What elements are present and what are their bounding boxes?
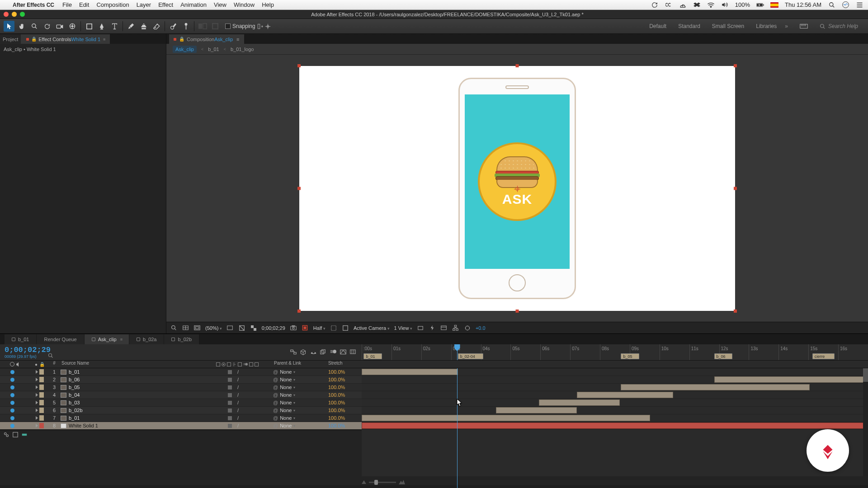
resolution-dropdown[interactable]: Half <box>313 325 326 331</box>
lock-column-icon[interactable]: 🔒 <box>39 362 45 367</box>
menu-view[interactable]: View <box>214 1 226 8</box>
pickwhip-icon[interactable]: @ <box>273 415 278 421</box>
comp-mini-flowchart-icon[interactable] <box>290 349 297 356</box>
parent-dropdown[interactable]: None <box>280 408 292 413</box>
parent-dropdown[interactable]: None <box>280 400 292 405</box>
clone-stamp-tool[interactable] <box>138 21 149 32</box>
transform-handle[interactable] <box>516 64 519 67</box>
menu-animation[interactable]: Animation <box>180 1 207 8</box>
frame-blend-icon[interactable] <box>320 349 327 356</box>
exposure-value[interactable]: +0.0 <box>476 325 486 331</box>
twirl-icon[interactable] <box>36 370 38 374</box>
lock-icon[interactable]: 🔒 <box>179 37 184 42</box>
quality-switch-icon[interactable] <box>227 362 231 366</box>
timeline-icon[interactable] <box>440 325 448 331</box>
flow-step[interactable]: b_01_logo <box>231 47 254 52</box>
grid-icon[interactable] <box>182 325 189 331</box>
layer-name[interactable]: b_04 <box>69 392 80 398</box>
motion-blur-icon[interactable] <box>330 349 337 356</box>
panel-menu-icon[interactable]: ≡ <box>103 37 104 42</box>
roto-brush-tool[interactable] <box>168 21 179 32</box>
zoom-slider[interactable] <box>369 482 396 483</box>
cloud-icon[interactable] <box>679 2 687 8</box>
comp-marker[interactable]: b_01 <box>363 353 382 359</box>
track-row[interactable] <box>362 399 868 407</box>
twirl-icon[interactable] <box>36 393 38 397</box>
timeline-vscrollbar[interactable] <box>863 368 868 476</box>
lock-icon[interactable]: 🔒 <box>31 37 37 42</box>
pickwhip-icon[interactable]: @ <box>273 385 278 390</box>
snap-center-icon[interactable] <box>265 23 271 29</box>
label-color[interactable] <box>39 408 44 413</box>
solo-column-icon[interactable]: ● <box>35 362 38 367</box>
hand-tool[interactable] <box>16 21 27 32</box>
draft-3d-icon[interactable] <box>300 349 307 356</box>
zoom-out-icon[interactable] <box>362 480 366 484</box>
video-column-icon[interactable] <box>10 362 14 366</box>
shy-switch[interactable] <box>228 408 232 413</box>
shy-icon[interactable] <box>310 349 317 356</box>
brainstorm-icon[interactable] <box>350 349 357 356</box>
camera-dropdown[interactable]: Active Camera <box>354 325 390 331</box>
shy-switch[interactable] <box>228 393 232 397</box>
video-toggle[interactable] <box>10 416 14 420</box>
layer-bar[interactable] <box>577 392 673 398</box>
dropbox-icon[interactable] <box>693 2 701 8</box>
search-help[interactable]: Search Help <box>820 23 858 29</box>
pickwhip-icon[interactable]: @ <box>273 377 278 382</box>
video-toggle[interactable] <box>10 401 14 405</box>
layer-name[interactable]: b_02b <box>69 408 83 413</box>
transform-handle[interactable] <box>734 187 737 190</box>
anchor-point-icon[interactable] <box>514 186 520 192</box>
layer-bar[interactable] <box>621 384 810 390</box>
track-row[interactable] <box>362 376 868 384</box>
label-color[interactable] <box>39 377 44 382</box>
layer-bar[interactable] <box>362 422 868 429</box>
shy-switch[interactable] <box>228 378 232 382</box>
pen-tool[interactable] <box>96 21 107 32</box>
transform-handle[interactable] <box>297 187 301 190</box>
magnification-dropdown[interactable]: (50%) <box>205 325 222 331</box>
twirl-icon[interactable] <box>36 408 38 412</box>
channel-icon[interactable] <box>238 325 245 331</box>
wifi-icon[interactable] <box>707 2 715 8</box>
twirl-icon[interactable] <box>36 401 38 404</box>
panel-menu-icon[interactable]: ≡ <box>236 37 239 42</box>
timeline-tab[interactable]: b_02a <box>129 334 164 344</box>
layer-name[interactable]: b_05 <box>69 385 80 390</box>
track-row[interactable] <box>362 384 868 391</box>
zoom-window-button[interactable] <box>20 12 25 17</box>
project-tab[interactable]: Project <box>0 34 21 44</box>
type-tool[interactable] <box>109 21 120 32</box>
menu-file[interactable]: File <box>62 1 72 8</box>
shy-switch-icon[interactable] <box>216 362 220 366</box>
twirl-icon[interactable] <box>36 378 38 381</box>
video-toggle[interactable] <box>10 378 14 382</box>
label-color[interactable] <box>39 415 44 421</box>
workspace-libraries[interactable]: Libraries <box>756 23 777 29</box>
rectangle-tool[interactable] <box>84 21 94 32</box>
menu-effect[interactable]: Effect <box>158 1 173 8</box>
timeline-zoom[interactable] <box>362 480 405 484</box>
pickwhip-icon[interactable]: @ <box>273 392 278 398</box>
guides-icon[interactable] <box>193 325 201 331</box>
layer-name[interactable]: b_01 <box>69 369 80 375</box>
magnification-menu-icon[interactable] <box>170 325 177 331</box>
collapse-switch-icon[interactable] <box>222 362 226 366</box>
transform-handle[interactable] <box>734 64 737 67</box>
puppet-pin-tool[interactable] <box>180 21 191 32</box>
timeline-tab[interactable]: b_02b <box>164 334 199 344</box>
track-row[interactable] <box>362 368 868 376</box>
snapping-toggle[interactable]: Snapping <box>225 23 271 29</box>
spotlight-icon[interactable] <box>828 2 835 8</box>
shy-switch[interactable] <box>228 385 232 389</box>
motion-blur-switch-icon[interactable] <box>243 362 248 366</box>
parent-dropdown[interactable]: None <box>280 377 292 382</box>
workspace-default[interactable]: Default <box>649 23 666 29</box>
label-color[interactable] <box>39 369 44 375</box>
workspace-standard[interactable]: Standard <box>678 23 700 29</box>
comp-marker[interactable]: cierre <box>812 353 835 359</box>
layer-bar[interactable] <box>362 415 650 421</box>
app-name[interactable]: After Effects CC <box>13 2 54 8</box>
menu-edit[interactable]: Edit <box>79 1 89 8</box>
